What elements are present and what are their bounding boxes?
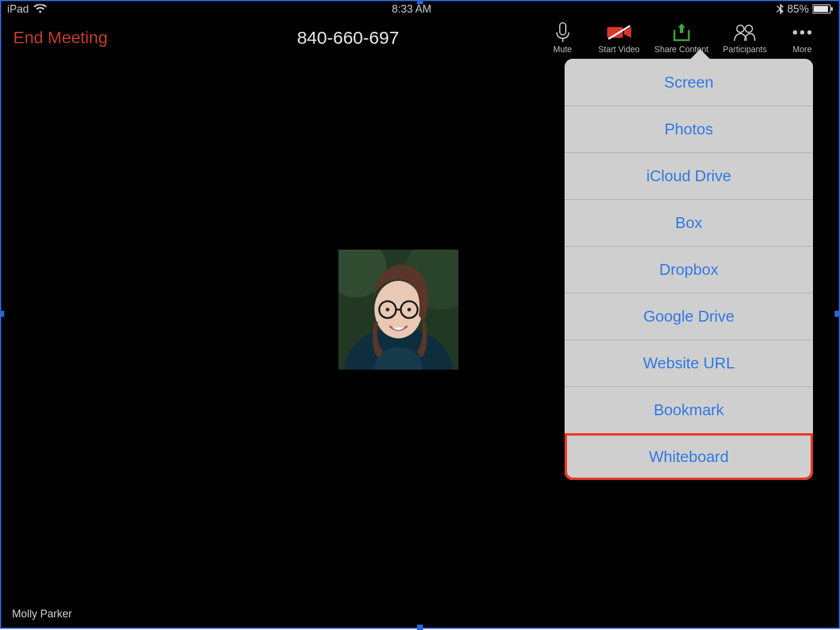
svg-point-10 xyxy=(800,31,805,35)
svg-point-21 xyxy=(407,308,411,311)
battery-percent: 85% xyxy=(787,3,809,16)
share-option-whiteboard[interactable]: Whiteboard xyxy=(565,433,813,480)
share-option-website-url[interactable]: Website URL xyxy=(565,340,813,386)
status-time: 8:33 AM xyxy=(392,3,431,16)
svg-point-9 xyxy=(793,31,797,35)
mute-label: Mute xyxy=(553,44,572,54)
share-option-icloud-drive[interactable]: iCloud Drive xyxy=(565,152,813,199)
end-meeting-button[interactable]: End Meeting xyxy=(1,28,107,47)
share-option-dropbox[interactable]: Dropbox xyxy=(565,246,813,293)
participants-icon xyxy=(733,22,757,43)
video-off-icon xyxy=(606,22,632,43)
participants-label: Participants xyxy=(723,44,767,54)
bluetooth-icon xyxy=(776,4,784,14)
start-video-button[interactable]: Start Video xyxy=(598,22,640,54)
start-video-label: Start Video xyxy=(598,44,640,54)
share-option-screen[interactable]: Screen xyxy=(565,59,813,106)
device-label: iPad xyxy=(7,3,29,16)
svg-point-11 xyxy=(808,31,812,35)
svg-rect-1 xyxy=(814,6,828,12)
svg-rect-3 xyxy=(560,23,566,35)
meeting-toolbar: End Meeting 840-660-697 Mute xyxy=(1,17,839,59)
share-option-photos[interactable]: Photos xyxy=(565,106,813,152)
selection-handle-icon xyxy=(417,625,423,630)
svg-point-8 xyxy=(745,25,752,32)
more-icon xyxy=(790,22,814,43)
selection-handle-icon xyxy=(0,311,4,317)
mute-button[interactable]: Mute xyxy=(542,22,584,54)
battery-icon xyxy=(812,4,833,14)
svg-rect-2 xyxy=(831,7,833,11)
share-option-bookmark[interactable]: Bookmark xyxy=(565,386,813,433)
share-icon xyxy=(672,22,691,43)
device-frame: iPad 8:33 AM 85% xyxy=(0,0,840,629)
wifi-icon xyxy=(34,4,47,14)
share-option-google-drive[interactable]: Google Drive xyxy=(565,293,813,340)
avatar xyxy=(338,250,458,370)
share-content-menu: Screen Photos iCloud Drive Box Dropbox G… xyxy=(565,59,813,480)
participants-button[interactable]: Participants xyxy=(723,22,767,54)
participant-name-label: Molly Parker xyxy=(12,608,72,620)
meeting-id-label: 840-660-697 xyxy=(297,28,399,48)
svg-point-20 xyxy=(386,308,389,311)
more-label: More xyxy=(793,44,812,54)
selection-handle-icon xyxy=(417,0,423,4)
svg-point-7 xyxy=(737,25,744,32)
more-button[interactable]: More xyxy=(781,22,823,54)
microphone-icon xyxy=(554,22,571,43)
selection-handle-icon xyxy=(835,311,840,317)
share-option-box[interactable]: Box xyxy=(565,199,813,246)
